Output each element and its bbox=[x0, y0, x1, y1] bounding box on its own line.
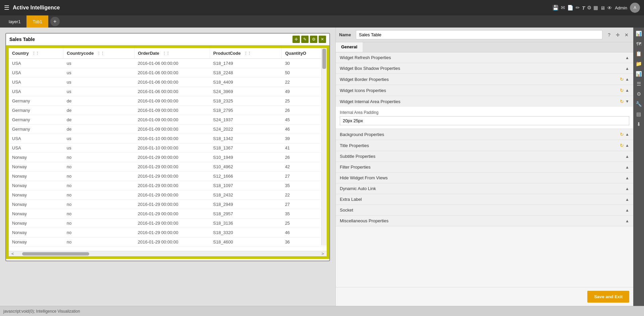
prop-section-header-filter[interactable]: Filter Properties▲ bbox=[336, 162, 633, 172]
refresh-icon-widget-internal-area[interactable]: ↻ bbox=[620, 99, 624, 104]
eye-icon[interactable]: 👁 bbox=[607, 5, 612, 11]
sidebar-icon-table[interactable]: ▤ bbox=[634, 109, 644, 119]
prop-section-label-dynamic-auto-link: Dynamic Auto Link bbox=[340, 186, 376, 191]
table-cell: S10_4962 bbox=[210, 162, 281, 172]
sidebar-icon-folder[interactable]: 📁 bbox=[634, 59, 644, 69]
chevron-icon-socket[interactable]: ▲ bbox=[625, 208, 629, 213]
prop-section-label-widget-icons: Widget Icons Properties bbox=[340, 88, 386, 93]
prop-section-header-widget-icons[interactable]: Widget Icons Properties↻▲ bbox=[336, 85, 633, 96]
statusbar-text: javascript:void(0); Intelligence Visuali… bbox=[3, 309, 80, 314]
col-drag-orderdate[interactable]: ⋮⋮ bbox=[162, 51, 170, 56]
doc-icon[interactable]: 📄 bbox=[567, 5, 574, 11]
panel-move-icon[interactable]: ✛ bbox=[614, 32, 621, 38]
widget-settings-btn[interactable]: ⚙ bbox=[310, 36, 317, 43]
prop-section-icons-widget-border: ↻▲ bbox=[620, 77, 629, 82]
chevron-icon-filter[interactable]: ▲ bbox=[625, 165, 629, 170]
refresh-icon-background[interactable]: ↻ bbox=[620, 132, 624, 137]
hscroll-track[interactable] bbox=[22, 252, 89, 256]
hscroll-left-btn[interactable]: < bbox=[9, 251, 17, 256]
add-tab-button[interactable]: + bbox=[50, 17, 60, 26]
table-cell: us bbox=[63, 68, 135, 78]
table-cell: no bbox=[63, 200, 135, 209]
prop-section-header-background[interactable]: Background Properties↻▲ bbox=[336, 129, 633, 140]
menu-icon[interactable]: ☰ bbox=[4, 4, 9, 11]
table-cell: 2016-01-06 00:00:00 bbox=[135, 59, 210, 68]
chevron-icon-widget-border[interactable]: ▲ bbox=[625, 77, 629, 82]
prop-section-header-socket[interactable]: Socket▲ bbox=[336, 205, 633, 215]
vscroll-thumb[interactable] bbox=[322, 49, 326, 69]
refresh-icon-title[interactable]: ↻ bbox=[620, 143, 624, 148]
table-cell: S18_2957 bbox=[210, 209, 281, 219]
chevron-icon-title[interactable]: ▲ bbox=[625, 143, 629, 148]
right-panel: Name ? ✛ ✕ General Widget Refresh Proper… bbox=[335, 28, 633, 306]
tab-layer1[interactable]: layer1 bbox=[3, 15, 26, 28]
prop-section-header-miscellaneous[interactable]: Miscellaneous Properties▲ bbox=[336, 216, 633, 226]
chevron-icon-background[interactable]: ▲ bbox=[625, 132, 629, 137]
save-icon[interactable]: 💾 bbox=[552, 5, 559, 11]
col-drag-productcode[interactable]: ⋮⋮ bbox=[244, 51, 251, 56]
prop-section-header-hide-widget[interactable]: Hide Widget From Views▲ bbox=[336, 173, 633, 183]
hscroll-right-btn[interactable]: > bbox=[319, 251, 327, 256]
prop-section-header-widget-border[interactable]: Widget Border Properties↻▲ bbox=[336, 74, 633, 85]
sidebar-icon-map[interactable]: 🗺 bbox=[634, 39, 644, 48]
sidebar-icon-list[interactable]: ☰ bbox=[634, 79, 644, 89]
right-sidebar: 📊 🗺 📋 📁 📊 ☰ ⚙ 🔧 ▤ ⬇ bbox=[633, 28, 644, 306]
horizontal-scrollbar[interactable]: < > bbox=[9, 251, 327, 256]
sidebar-icon-down[interactable]: ⬇ bbox=[634, 120, 644, 129]
col-drag-countrycode[interactable]: ⋮⋮ bbox=[97, 51, 104, 56]
table-cell: Norway bbox=[9, 172, 63, 181]
widget-close-btn[interactable]: ✕ bbox=[319, 36, 326, 43]
prop-section-label-widget-border: Widget Border Properties bbox=[340, 77, 389, 82]
prop-section-header-title[interactable]: Title Properties↻▲ bbox=[336, 140, 633, 151]
prop-section-icons-subtitle: ▲ bbox=[625, 154, 629, 159]
prop-section-header-extra-label[interactable]: Extra Label▲ bbox=[336, 194, 633, 205]
sidebar-icon-chart[interactable]: 📊 bbox=[634, 29, 644, 38]
save-exit-button[interactable]: Save and Exit bbox=[587, 291, 629, 303]
chevron-icon-widget-refresh[interactable]: ▲ bbox=[625, 55, 629, 60]
sidebar-icon-bar[interactable]: 📊 bbox=[634, 69, 644, 79]
panel-help-icon[interactable]: ? bbox=[606, 32, 612, 38]
table-cell: 35 bbox=[282, 181, 327, 190]
chevron-icon-subtitle[interactable]: ▲ bbox=[625, 154, 629, 159]
widget-add-btn[interactable]: ✛ bbox=[292, 36, 300, 43]
sidebar-icon-clipboard[interactable]: 📋 bbox=[634, 49, 644, 58]
prop-section-label-miscellaneous: Miscellaneous Properties bbox=[340, 218, 388, 223]
chevron-icon-widget-box-shadow[interactable]: ▲ bbox=[625, 66, 629, 71]
prop-section-header-widget-refresh[interactable]: Widget Refresh Properties▲ bbox=[336, 52, 633, 63]
table-row: USAus2016-01-10 00:00:00S18_136741 bbox=[9, 143, 327, 153]
table-cell: 30 bbox=[282, 59, 327, 68]
refresh-icon-widget-border[interactable]: ↻ bbox=[620, 77, 624, 82]
panel-close-icon[interactable]: ✕ bbox=[623, 32, 630, 38]
chevron-icon-miscellaneous[interactable]: ▲ bbox=[625, 219, 629, 223]
chevron-icon-hide-widget[interactable]: ▲ bbox=[625, 176, 629, 180]
mail-icon[interactable]: ✉ bbox=[561, 5, 565, 11]
table-cell: 2016-01-06 00:00:00 bbox=[135, 68, 210, 78]
chevron-icon-widget-icons[interactable]: ▲ bbox=[625, 88, 629, 93]
vertical-scrollbar[interactable] bbox=[321, 48, 327, 245]
gear-icon[interactable]: ⚙ bbox=[587, 5, 591, 11]
prop-section-header-subtitle[interactable]: Subtitle Properties▲ bbox=[336, 151, 633, 162]
tab-general[interactable]: General bbox=[336, 42, 363, 52]
tab-tab1[interactable]: Tab1 bbox=[26, 15, 48, 28]
chevron-icon-extra-label[interactable]: ▲ bbox=[625, 197, 629, 202]
table-cell: 2016-01-29 00:00:00 bbox=[135, 219, 210, 228]
col-drag-country[interactable]: ⋮⋮ bbox=[32, 51, 39, 56]
widget-edit-btn[interactable]: ✎ bbox=[301, 36, 309, 43]
prop-section-header-widget-box-shadow[interactable]: Widget Box Shadow Properties▲ bbox=[336, 63, 633, 74]
table-cell: S18_1342 bbox=[210, 134, 281, 143]
panel-name-input[interactable] bbox=[356, 30, 602, 39]
grid-icon[interactable]: ▦ bbox=[593, 5, 598, 11]
monitor-icon[interactable]: 🖥 bbox=[600, 5, 605, 11]
text-icon[interactable]: T bbox=[582, 5, 585, 11]
sidebar-icon-gear[interactable]: ⚙ bbox=[634, 89, 644, 99]
refresh-icon-widget-icons[interactable]: ↻ bbox=[620, 88, 624, 93]
table-cell: 2016-01-09 00:00:00 bbox=[135, 106, 210, 115]
edit-icon[interactable]: ✏ bbox=[576, 5, 580, 11]
prop-section-header-dynamic-auto-link[interactable]: Dynamic Auto Link▲ bbox=[336, 183, 633, 194]
prop-section-header-widget-internal-area[interactable]: Widget Internal Area Properties↻▼ bbox=[336, 96, 633, 107]
topbar-right: 💾 ✉ 📄 ✏ T ⚙ ▦ 🖥 👁 Admin A bbox=[552, 3, 640, 13]
chevron-icon-widget-internal-area[interactable]: ▼ bbox=[625, 99, 629, 104]
padding-input[interactable] bbox=[340, 116, 629, 125]
chevron-icon-dynamic-auto-link[interactable]: ▲ bbox=[625, 186, 629, 191]
sidebar-icon-wrench[interactable]: 🔧 bbox=[634, 99, 644, 109]
